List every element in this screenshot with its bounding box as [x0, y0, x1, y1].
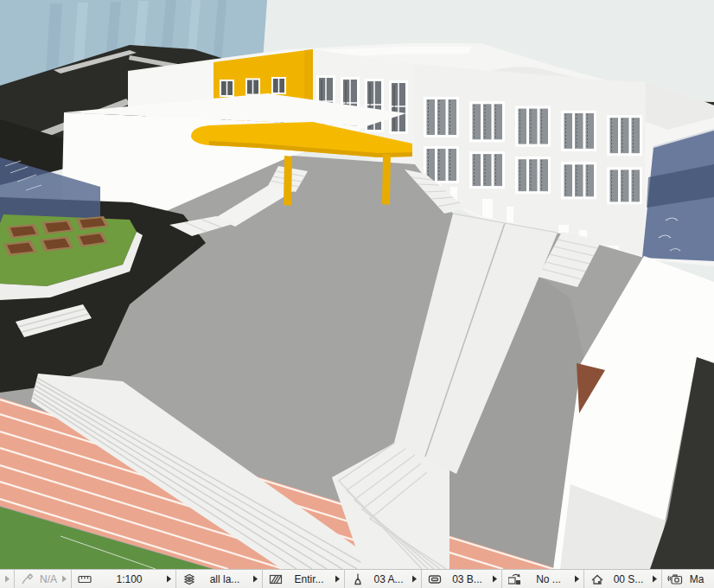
menu-arrow-icon — [652, 575, 658, 583]
statusbar-item-structure-display[interactable]: Entir... — [262, 570, 344, 588]
menu-arrow-icon — [166, 575, 172, 583]
canopy-column — [284, 156, 292, 206]
menu-arrow-icon — [492, 575, 498, 583]
menu-arrow-icon — [574, 575, 580, 583]
statusbar-item-label: all la... — [197, 573, 252, 585]
statusbar-item-favorites[interactable]: N/A — [14, 570, 71, 588]
camera-icon — [667, 572, 683, 586]
3d-viewport[interactable] — [0, 0, 714, 569]
statusbar-item-label: 1:100 — [92, 573, 166, 585]
statusbar-item-label: N/A — [35, 573, 61, 585]
menu-arrow-icon — [335, 575, 341, 583]
statusbar-item-model-view-options[interactable]: 03 B... — [421, 570, 501, 588]
statusbar-item-label: Entir... — [284, 573, 335, 585]
statusbar-item-scale[interactable]: 1:100 — [71, 570, 175, 588]
menu-arrow-icon — [61, 575, 67, 583]
menu-arrow-icon — [4, 575, 10, 583]
pen-slash-icon — [20, 572, 35, 586]
statusbar-item-pen-set[interactable]: 03 A... — [344, 570, 421, 588]
statusbar-item-label: No ... — [523, 573, 574, 585]
statusbar-item-label: Ma — [683, 573, 711, 585]
archicad-window: N/A1:100all la...Entir...03 A...03 B...N… — [0, 0, 714, 588]
statusbar-item-label: 00 S... — [605, 573, 652, 585]
statusbar-item-prev-option[interactable] — [0, 570, 14, 588]
layers-icon — [182, 572, 197, 586]
home-icon — [590, 572, 605, 586]
pen-set-icon — [350, 572, 366, 586]
menu-arrow-icon — [252, 575, 258, 583]
statusbar-item-story[interactable]: 00 S... — [583, 570, 661, 588]
menu-arrow-icon — [411, 575, 418, 583]
quick-options-bar: N/A1:100all la...Entir...03 A...03 B...N… — [0, 569, 714, 588]
statusbar-item-label: 03 A... — [366, 573, 411, 585]
statusbar-item-renovation-filter[interactable]: No ... — [501, 570, 583, 588]
statusbar-item-label: 03 B... — [443, 573, 492, 585]
scale-ruler-icon — [77, 572, 92, 586]
structure-display-icon — [268, 572, 284, 586]
canopy-column — [382, 154, 391, 205]
renovation-filter-icon — [507, 572, 523, 586]
statusbar-item-camera-view[interactable]: Ma — [661, 570, 714, 588]
model-view-options-icon — [427, 572, 443, 586]
statusbar-item-layer-combination[interactable]: all la... — [175, 570, 262, 588]
